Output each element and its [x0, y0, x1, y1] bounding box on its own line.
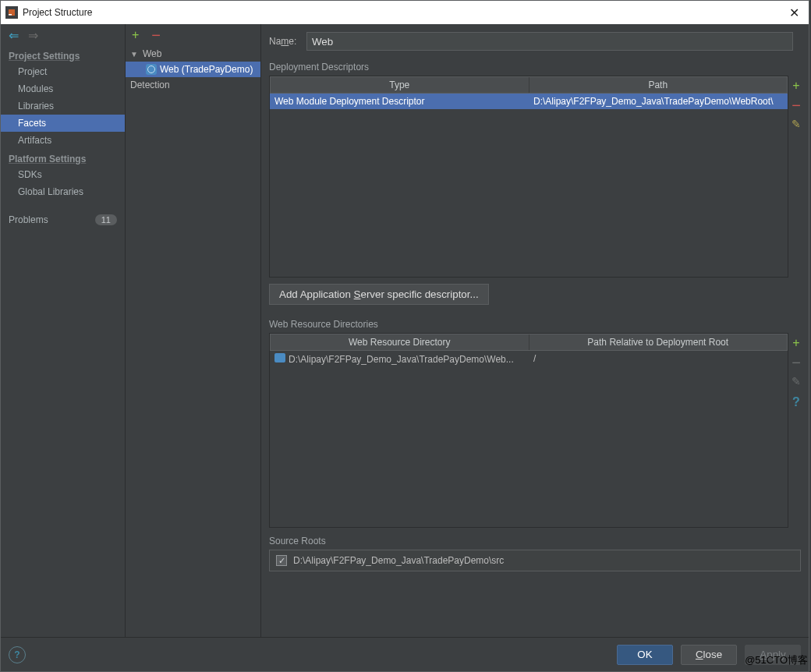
apply-button: Apply — [745, 645, 801, 665]
dd-tools: + − ✎ — [788, 76, 804, 278]
dialog-bottombar: ? OK Close Apply — [1, 637, 809, 671]
add-descriptor-row: Add Application Server specific descript… — [261, 278, 809, 311]
sidebar-item-sdks[interactable]: SDKs — [1, 166, 125, 183]
sidebar-item-libraries[interactable]: Libraries — [1, 97, 125, 115]
deployment-descriptors-section: Type Path Web Module Deployment Descript… — [269, 76, 804, 278]
dd-add-button[interactable]: + — [792, 79, 799, 93]
sidebar-item-global[interactable]: Global Libraries — [1, 183, 125, 200]
sidebar-item-problems[interactable]: Problems 11 — [1, 211, 125, 228]
nav-forward-icon: ⇒ — [28, 28, 38, 43]
nav-back-icon[interactable]: ⇐ — [9, 28, 19, 43]
help-button[interactable]: ? — [9, 646, 26, 663]
source-roots-label: Source Roots — [261, 528, 809, 550]
tree-detection-label: Detection — [130, 80, 170, 90]
dd-remove-button[interactable]: − — [792, 101, 801, 110]
facet-toolbar: + − — [126, 24, 260, 46]
dd-table-spacer — [270, 109, 788, 277]
source-root-row[interactable]: ✓ D:\Alipay\F2FPay_Demo_Java\TradePayDem… — [269, 550, 801, 571]
wr-table-spacer — [270, 367, 788, 527]
problems-count-badge: 11 — [95, 214, 117, 225]
web-resource-section: Web Resource Directory Path Relative to … — [269, 333, 804, 528]
svg-rect-2 — [9, 14, 12, 16]
wr-remove-button: − — [792, 358, 801, 367]
project-structure-dialog: Project Structure ✕ ⇐ ⇒ Project Settings… — [0, 0, 809, 672]
sidebar-item-modules[interactable]: Modules — [1, 80, 125, 97]
dd-col-type: Type — [271, 77, 529, 93]
folder-icon — [274, 353, 285, 363]
settings-sidebar: ⇐ ⇒ Project Settings Project Modules Lib… — [1, 24, 126, 648]
wr-help-button[interactable]: ? — [792, 395, 800, 409]
wr-edit-button: ✎ — [792, 375, 801, 387]
ok-button[interactable]: OK — [617, 645, 673, 665]
remove-facet-button[interactable]: − — [151, 31, 161, 39]
dd-edit-button[interactable]: ✎ — [792, 118, 801, 130]
wr-col-rel: Path Relative to Deployment Root — [529, 334, 788, 350]
dd-row-type: Web Module Deployment Descriptor — [270, 94, 529, 109]
problems-label: Problems — [9, 214, 48, 225]
tree-root-web[interactable]: ▼ Web — [126, 46, 260, 62]
web-resource-directories-label: Web Resource Directories — [261, 311, 809, 333]
dd-row[interactable]: Web Module Deployment Descriptor D:\Alip… — [270, 94, 788, 109]
name-label: Name: — [269, 36, 306, 47]
web-resource-table[interactable]: Web Resource Directory Path Relative to … — [269, 333, 788, 528]
dd-table-header: Type Path — [270, 76, 788, 94]
tree-item-detection[interactable]: Detection — [126, 77, 260, 93]
wr-row[interactable]: D:\Alipay\F2FPay_Demo_Java\TradePayDemo\… — [270, 351, 788, 367]
tree-item-web-module[interactable]: Web (TradePayDemo) — [126, 62, 260, 77]
deployment-descriptors-label: Deployment Descriptors — [261, 54, 809, 76]
source-root-checkbox[interactable]: ✓ — [276, 555, 287, 566]
titlebar: Project Structure ✕ — [1, 1, 809, 24]
sidebar-nav: ⇐ ⇒ — [1, 24, 125, 46]
sidebar-item-project[interactable]: Project — [1, 63, 125, 80]
sidebar-item-artifacts[interactable]: Artifacts — [1, 132, 125, 149]
window-title: Project Structure — [23, 7, 92, 18]
facet-config-panel: Name: Deployment Descriptors Type Path W… — [261, 24, 809, 648]
dialog-content: ⇐ ⇒ Project Settings Project Modules Lib… — [1, 24, 809, 648]
wr-col-dir: Web Resource Directory — [271, 334, 529, 350]
dialog-buttons: OK Close Apply — [617, 645, 801, 665]
wr-row-dir: D:\Alipay\F2FPay_Demo_Java\TradePayDemo\… — [270, 351, 529, 367]
web-facet-icon — [146, 64, 157, 75]
facet-name-input[interactable] — [306, 32, 793, 51]
tree-expand-icon[interactable]: ▼ — [130, 50, 138, 58]
dd-col-path: Path — [529, 77, 788, 93]
wr-row-rel: / — [529, 351, 788, 367]
group-platform-settings: Platform Settings — [1, 149, 125, 166]
add-facet-button[interactable]: + — [132, 28, 139, 42]
facet-tree-panel: + − ▼ Web Web (TradePayDemo) Detection — [126, 24, 261, 648]
close-button[interactable]: Close — [681, 645, 737, 665]
deployment-descriptors-table[interactable]: Type Path Web Module Deployment Descript… — [269, 76, 788, 278]
wr-table-header: Web Resource Directory Path Relative to … — [270, 334, 788, 351]
tree-item-label: Web (TradePayDemo) — [160, 64, 253, 75]
name-field-row: Name: — [261, 24, 809, 54]
app-icon — [5, 6, 18, 19]
dd-row-path: D:\Alipay\F2FPay_Demo_Java\TradePayDemo\… — [529, 94, 788, 109]
group-project-settings: Project Settings — [1, 46, 125, 63]
wr-tools: + − ✎ ? — [788, 333, 804, 528]
tree-root-label: Web — [143, 48, 161, 59]
add-server-descriptor-button[interactable]: Add Application Server specific descript… — [269, 284, 489, 305]
source-root-path: D:\Alipay\F2FPay_Demo_Java\TradePayDemo\… — [293, 555, 504, 566]
source-roots-section: ✓ D:\Alipay\F2FPay_Demo_Java\TradePayDem… — [269, 550, 801, 571]
wr-add-button[interactable]: + — [792, 336, 799, 350]
sidebar-item-facets[interactable]: Facets — [1, 115, 125, 132]
window-close-button[interactable]: ✕ — [784, 5, 804, 20]
